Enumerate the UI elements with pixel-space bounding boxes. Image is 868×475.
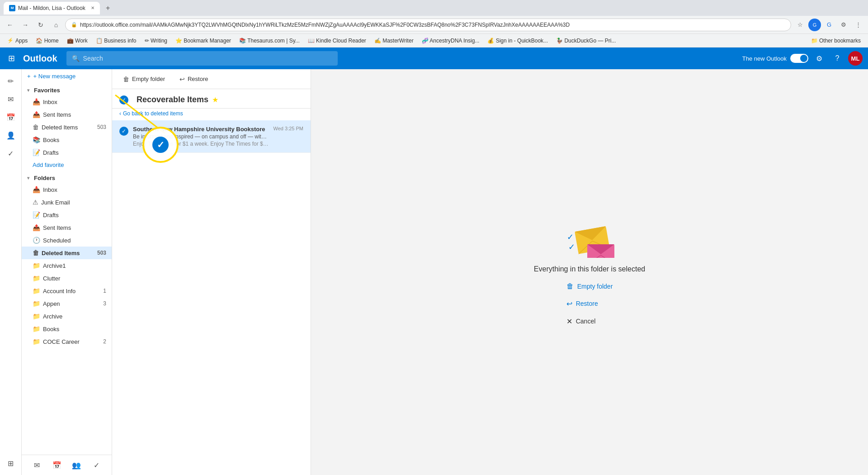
app-grid-button[interactable]: ⊞ — [5, 51, 18, 66]
folder-archive-item[interactable]: 📁 Archive — [22, 310, 112, 323]
folder-deleted-item[interactable]: 🗑 Deleted Items 503 — [22, 247, 112, 259]
folder-deleted-count: 503 — [97, 250, 106, 256]
calendar-bottom-icon[interactable]: 📅 — [51, 459, 63, 471]
folder-drafts-item[interactable]: 📝 Drafts — [22, 209, 112, 221]
folder-archive-icon: 📁 — [33, 313, 40, 320]
cancel-action[interactable]: ✕ Cancel — [563, 315, 599, 328]
bookmark-home[interactable]: 🏠 Home — [32, 37, 62, 45]
new-outlook-label: The new Outlook — [742, 55, 787, 62]
favorites-inbox-label: Inbox — [43, 99, 57, 105]
bookmark-ancestry[interactable]: 🧬 AncestryDNA Insig... — [418, 37, 483, 45]
folder-archive1-item[interactable]: 📁 Archive1 — [22, 259, 112, 272]
people-bottom-icon[interactable]: 👥 — [70, 459, 83, 471]
bookmark-quickbook[interactable]: 💰 Sign in - QuickBook... — [484, 37, 552, 45]
sidebar-calendar-icon[interactable]: 📅 — [3, 109, 19, 125]
bookmark-other[interactable]: 📁 Other bookmarks — [807, 37, 864, 45]
email-time: Wed 3:25 PM — [274, 126, 303, 131]
folder-scheduled-item[interactable]: 🕐 Scheduled — [22, 234, 112, 247]
go-back-link[interactable]: ‹ Go back to deleted items — [112, 109, 311, 120]
bookmark-star-icon[interactable]: ☆ — [794, 19, 807, 31]
favorites-sent-item[interactable]: 📤 Sent Items — [22, 108, 112, 121]
folder-appen-icon: 📁 — [33, 300, 40, 307]
select-all-checkbox[interactable]: ✓ — [119, 95, 128, 104]
browser-menu-icon[interactable]: ⋮ — [852, 19, 864, 31]
folder-archive-label: Archive — [43, 313, 62, 320]
help-button[interactable]: ? — [830, 51, 844, 66]
favorites-inbox-item[interactable]: 📥 Inbox — [22, 95, 112, 108]
search-bar[interactable]: 🔍 — [66, 51, 338, 66]
favorites-deleted-item[interactable]: 🗑 Deleted Items 503 — [22, 121, 112, 133]
user-avatar[interactable]: ML — [848, 51, 863, 66]
bookmark-apps[interactable]: ⚡Apps — [4, 37, 31, 45]
empty-folder-label: Empty folder — [132, 76, 165, 82]
folder-books-icon: 📁 — [33, 325, 40, 332]
reload-button[interactable]: ↻ — [34, 19, 47, 31]
back-button[interactable]: ← — [4, 19, 16, 31]
browser-tab[interactable]: M Mail - Mildon, Lisa - Outlook ✕ — [4, 2, 100, 14]
new-outlook-toggle-switch[interactable] — [790, 54, 808, 63]
email-item[interactable]: ✓ Southern New Hampshire University Book… — [112, 120, 311, 153]
bookmark-masterwriter[interactable]: ✍ MasterWriter — [371, 37, 417, 45]
new-message-button[interactable]: + + New message — [22, 69, 112, 83]
tasks-bottom-icon[interactable]: ✓ — [90, 459, 103, 471]
folders-header[interactable]: ▾ Folders — [22, 171, 112, 183]
folder-junk-label: Junk Email — [41, 199, 70, 206]
apps-icon: ⚡ — [7, 38, 14, 43]
folder-coce-career-icon: 📁 — [33, 338, 40, 345]
folder-books-label: Books — [43, 326, 59, 332]
settings-button[interactable]: ⚙ — [812, 51, 826, 66]
folder-junk-icon: ⚠ — [33, 199, 38, 206]
folder-appen-item[interactable]: 📁 Appen 3 — [22, 297, 112, 310]
bookmark-kindle[interactable]: 📖 Kindle Cloud Reader — [304, 37, 370, 45]
bookmark-thesaurus[interactable]: 📚 Thesaurus.com | Sy... — [236, 37, 303, 45]
bookmark-duckduckgo[interactable]: 🦆 DuckDuckGo — Pri... — [552, 37, 619, 45]
folder-clutter-item[interactable]: 📁 Clutter — [22, 272, 112, 285]
folder-inbox-item[interactable]: 📥 Inbox — [22, 183, 112, 196]
favorites-books-item[interactable]: 📚 Books — [22, 133, 112, 146]
favorites-header[interactable]: ▾ Favorites — [22, 83, 112, 95]
folder-junk-item[interactable]: ⚠ Junk Email — [22, 196, 112, 209]
address-bar[interactable]: 🔒 https://outlook.office.com/mail/AAMkAG… — [65, 19, 791, 31]
restore-action[interactable]: ↩ Restore — [563, 298, 602, 310]
bookmark-bookmark-manager[interactable]: ⭐ Bookmark Manager — [172, 37, 235, 45]
add-favorite-button[interactable]: Add favorite — [22, 159, 112, 171]
restore-button[interactable]: ↩ Restore — [176, 73, 212, 86]
favorites-drafts-label: Drafts — [43, 149, 59, 156]
home-button[interactable]: ⌂ — [50, 19, 62, 31]
drafts-icon: 📝 — [33, 149, 40, 156]
extensions-puzzle-icon[interactable]: ⚙ — [837, 19, 850, 31]
bookmark-business-info[interactable]: 📋 Business info — [92, 37, 140, 45]
bottom-nav: ✉ 📅 👥 ✓ — [22, 455, 112, 475]
folder-clutter-label: Clutter — [43, 275, 60, 282]
sidebar-tasks-icon[interactable]: ✓ — [3, 145, 19, 162]
sidebar-contacts-icon[interactable]: 👤 — [3, 127, 19, 143]
empty-folder-action[interactable]: 🗑 Empty folder — [563, 280, 617, 292]
selection-state: ✓ ✓ Everything in this folder is selec — [534, 217, 645, 328]
sidebar-new-mail-icon[interactable]: ✏ — [3, 73, 19, 89]
bookmark-work[interactable]: 💼 Work — [63, 37, 91, 45]
folder-books-item[interactable]: 📁 Books — [22, 323, 112, 335]
folder-account-info-count: 1 — [103, 288, 106, 294]
bookmark-writing[interactable]: ✏ Writing — [141, 37, 171, 45]
browser-nav: ← → ↻ ⌂ 🔒 https://outlook.office.com/mai… — [0, 16, 868, 34]
folder-sent-label: Sent Items — [43, 224, 71, 231]
search-input[interactable] — [83, 55, 332, 62]
sidebar-apps-icon[interactable]: ⊞ — [3, 455, 19, 471]
folder-star-icon[interactable]: ★ — [212, 95, 218, 104]
sidebar-mail-icon[interactable]: ✉ — [3, 91, 19, 107]
folder-archive1-icon: 📁 — [33, 262, 40, 269]
tab-close-btn[interactable]: ✕ — [91, 5, 94, 10]
browser-profile-icon[interactable]: G — [808, 19, 821, 31]
folder-coce-career-item[interactable]: 📁 COCE Career 2 — [22, 335, 112, 348]
browser-extension-icon[interactable]: G — [823, 19, 835, 31]
browser-action-icons: ☆ G G ⚙ ⋮ — [794, 19, 864, 31]
mail-bottom-icon[interactable]: ✉ — [31, 459, 43, 471]
folder-scheduled-icon: 🕐 — [33, 237, 40, 244]
forward-button[interactable]: → — [19, 19, 32, 31]
folder-sent-item[interactable]: 📤 Sent Items — [22, 221, 112, 234]
empty-folder-button[interactable]: 🗑 Empty folder — [119, 73, 169, 86]
favorites-drafts-item[interactable]: 📝 Drafts — [22, 146, 112, 159]
folder-account-info-item[interactable]: 📁 Account Info 1 — [22, 285, 112, 297]
new-tab-button[interactable]: + — [102, 2, 114, 14]
email-checkbox[interactable]: ✓ — [119, 127, 128, 136]
